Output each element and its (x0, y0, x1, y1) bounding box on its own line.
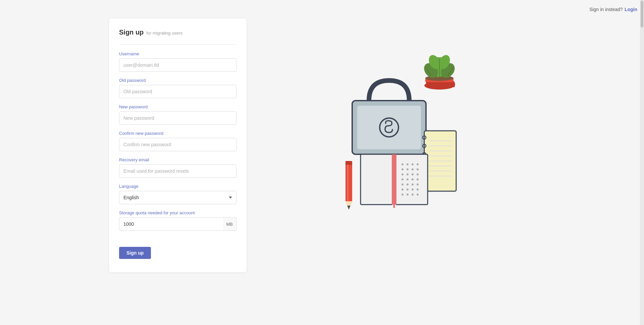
pencil-svg (340, 158, 357, 211)
username-group: Username (119, 51, 236, 72)
svg-point-34 (401, 163, 404, 165)
svg-point-44 (412, 173, 414, 175)
scrollbar-thumb[interactable] (641, 1, 643, 28)
svg-point-50 (401, 183, 404, 185)
scrollbar[interactable] (640, 0, 644, 325)
svg-point-43 (407, 173, 409, 175)
confirm-password-label: Confirm new password (119, 131, 236, 136)
svg-point-55 (407, 188, 409, 191)
svg-point-38 (401, 168, 404, 170)
quota-row: MB (119, 217, 236, 231)
old-password-input[interactable] (119, 85, 236, 98)
form-title-sub: for migrating users (146, 31, 182, 36)
svg-point-37 (417, 163, 419, 165)
username-label: Username (119, 51, 236, 56)
svg-point-48 (412, 178, 414, 180)
svg-point-49 (417, 178, 419, 180)
svg-point-40 (412, 168, 414, 170)
svg-rect-64 (345, 161, 352, 165)
language-label: Language (119, 184, 236, 189)
form-divider (119, 44, 236, 45)
svg-point-39 (407, 168, 409, 170)
storage-quota-group: Storage quota needed for your account MB (119, 210, 236, 231)
svg-point-42 (401, 173, 404, 175)
new-password-label: New password (119, 104, 236, 109)
storage-quota-label: Storage quota needed for your account (119, 210, 236, 215)
svg-rect-1 (357, 106, 421, 149)
svg-marker-66 (347, 206, 351, 210)
signup-form-card: Sign up for migrating users Username Old… (109, 18, 247, 272)
svg-rect-33 (392, 154, 396, 205)
recovery-email-input[interactable] (119, 164, 236, 178)
new-password-input[interactable] (119, 111, 236, 125)
svg-point-52 (412, 183, 414, 185)
svg-point-36 (412, 163, 414, 165)
recovery-email-group: Recovery email (119, 157, 236, 178)
svg-point-61 (417, 194, 419, 196)
svg-rect-63 (345, 164, 352, 201)
svg-point-58 (401, 194, 404, 196)
illustration-area (275, 0, 644, 325)
form-title-main: Sign up (119, 29, 144, 36)
storage-quota-input[interactable] (119, 217, 223, 231)
svg-point-35 (407, 163, 409, 165)
svg-point-53 (417, 183, 419, 185)
old-password-group: Old password (119, 78, 236, 98)
new-password-group: New password (119, 104, 236, 125)
recovery-email-label: Recovery email (119, 157, 236, 162)
language-group: Language English French German Spanish I… (119, 184, 236, 204)
svg-point-46 (401, 178, 404, 180)
language-select[interactable]: English French German Spanish Italian (119, 191, 236, 204)
svg-point-60 (412, 194, 414, 196)
form-title-area: Sign up for migrating users (119, 29, 236, 36)
svg-rect-31 (361, 154, 392, 205)
username-input[interactable] (119, 58, 236, 72)
old-password-label: Old password (119, 78, 236, 83)
confirm-password-group: Confirm new password (119, 131, 236, 151)
confirm-password-input[interactable] (119, 138, 236, 151)
svg-point-56 (412, 188, 414, 191)
svg-point-45 (417, 173, 419, 175)
svg-point-41 (417, 168, 419, 170)
svg-point-47 (407, 178, 409, 180)
svg-point-59 (407, 194, 409, 196)
svg-point-54 (401, 188, 404, 191)
book-svg (359, 148, 429, 208)
signup-button[interactable]: Sign up (119, 247, 151, 259)
storage-quota-unit: MB (223, 217, 237, 231)
svg-point-57 (417, 188, 419, 191)
svg-point-51 (407, 183, 409, 185)
plant-svg (416, 49, 463, 92)
